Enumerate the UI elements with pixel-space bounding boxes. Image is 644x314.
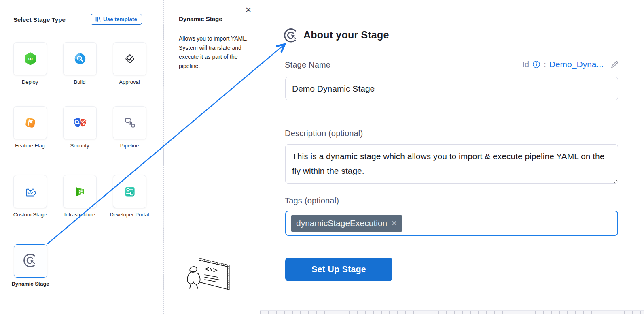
setup-stage-button[interactable]: Set Up Stage bbox=[285, 258, 392, 281]
tags-input[interactable] bbox=[406, 215, 612, 231]
infrastructure-icon bbox=[72, 184, 88, 199]
template-library-icon bbox=[95, 17, 101, 22]
stage-type-label: Infrastructure bbox=[55, 211, 105, 218]
description-label: Description (optional) bbox=[285, 129, 363, 138]
svg-text:</>: </> bbox=[27, 190, 33, 195]
stage-type-tile-pipeline[interactable] bbox=[113, 106, 146, 139]
svg-text:∞: ∞ bbox=[28, 55, 33, 62]
stage-type-tile-custom-stage[interactable]: </> bbox=[13, 175, 47, 208]
pipeline-canvas-grid bbox=[260, 310, 644, 314]
stage-type-tile-developer-portal[interactable] bbox=[113, 175, 146, 208]
stage-type-tile-feature-flag[interactable] bbox=[13, 106, 47, 139]
use-template-button[interactable]: Use template bbox=[91, 14, 142, 25]
stage-id-row: Id : Demo_Dyna... bbox=[523, 60, 619, 69]
info-panel-title: Dynamic Stage bbox=[179, 15, 222, 22]
description-textarea[interactable]: This is a dynamic stage which allows you… bbox=[285, 144, 618, 184]
id-label: Id bbox=[523, 60, 530, 69]
tag-chip[interactable]: dynamicStageExecution ✕ bbox=[291, 215, 402, 232]
form-heading: About your Stage bbox=[303, 29, 389, 41]
build-icon bbox=[72, 51, 88, 66]
stage-type-label: Deploy bbox=[5, 79, 55, 86]
stage-type-tile-security[interactable] bbox=[63, 106, 97, 139]
tags-input-box[interactable]: dynamicStageExecution ✕ bbox=[285, 211, 618, 236]
stage-id-value[interactable]: Demo_Dyna... bbox=[549, 60, 604, 69]
developer-portal-icon bbox=[122, 184, 138, 199]
stage-type-label: Custom Stage bbox=[5, 211, 55, 218]
edit-icon[interactable] bbox=[610, 60, 619, 69]
stage-name-input[interactable] bbox=[285, 77, 618, 100]
stage-type-tile-approval[interactable] bbox=[113, 42, 146, 75]
stage-type-label-dynamic: Dynamic Stage bbox=[5, 281, 55, 288]
stage-type-label: Approval bbox=[104, 79, 155, 86]
stage-type-label: Developer Portal bbox=[104, 211, 155, 218]
id-separator: : bbox=[544, 60, 546, 69]
stage-type-label: Feature Flag bbox=[5, 143, 55, 150]
feature-flag-icon bbox=[23, 115, 38, 130]
info-icon[interactable] bbox=[532, 60, 540, 68]
dynamic-stage-heading-icon bbox=[283, 28, 300, 44]
tag-remove-icon[interactable]: ✕ bbox=[391, 219, 397, 228]
stage-type-tile-deploy[interactable]: ∞ bbox=[13, 42, 47, 75]
stage-type-label: Pipeline bbox=[104, 143, 155, 150]
stage-type-tile-infrastructure[interactable] bbox=[63, 175, 97, 208]
use-template-label: Use template bbox=[103, 16, 137, 22]
deploy-icon: ∞ bbox=[23, 51, 38, 66]
approval-icon bbox=[122, 51, 138, 66]
presenter-illustration bbox=[185, 252, 235, 295]
stage-name-label: Stage Name bbox=[285, 60, 330, 70]
page-title: Select Stage Type bbox=[13, 16, 66, 23]
stage-type-label: Security bbox=[55, 143, 105, 150]
info-panel-description: Allows you to import YAML. System will t… bbox=[179, 34, 250, 70]
panel-divider bbox=[163, 0, 164, 314]
tags-label: Tags (optional) bbox=[285, 196, 339, 205]
pipeline-icon bbox=[122, 115, 138, 130]
stage-setup-screen: { "left_panel": { "title": "Select Stage… bbox=[0, 0, 644, 314]
tag-chip-label: dynamicStageExecution bbox=[296, 218, 387, 228]
stage-type-tile-dynamic-stage[interactable] bbox=[14, 244, 47, 278]
stage-type-tile-build[interactable] bbox=[63, 42, 97, 75]
stage-type-label: Build bbox=[55, 79, 105, 86]
dynamic-stage-icon bbox=[23, 253, 39, 269]
close-icon[interactable]: ✕ bbox=[245, 6, 252, 14]
custom-stage-icon: </> bbox=[23, 184, 38, 199]
security-icon bbox=[72, 115, 88, 130]
